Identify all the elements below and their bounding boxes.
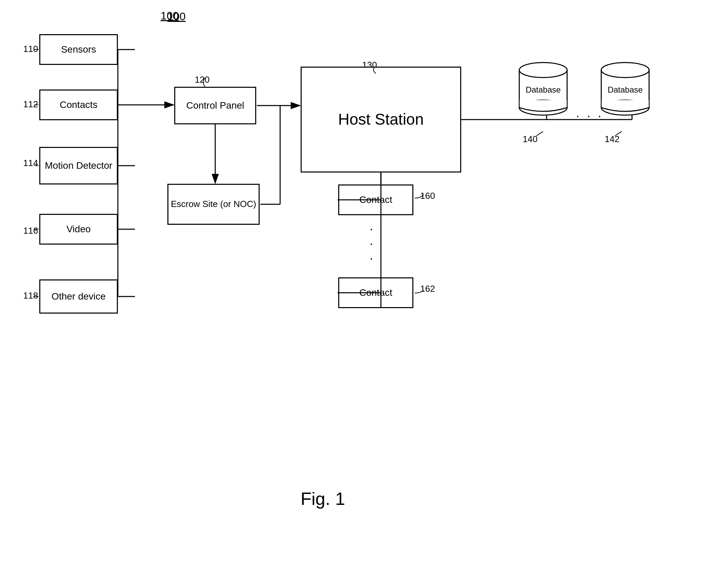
svg-text:Database: Database [526, 85, 561, 94]
contacts-box: Contacts [39, 89, 118, 120]
database2-cylinder: Database [598, 60, 653, 120]
ref-160: 160 [420, 191, 435, 201]
svg-text:Database: Database [608, 85, 643, 94]
ref-142: 142 [605, 134, 619, 144]
ref-118: 118 [23, 290, 38, 301]
svg-rect-30 [520, 100, 567, 108]
ref-114: 114 [23, 158, 38, 168]
contact1-box: Contact [338, 184, 413, 215]
other-device-box: Other device [39, 279, 118, 314]
ref-110: 110 [23, 44, 38, 54]
horizontal-dots-databases: · · · [576, 109, 603, 123]
control-panel-box: Control Panel [174, 87, 256, 124]
database1-cylinder: Database [516, 60, 571, 120]
ref-116: 116 [23, 225, 38, 236]
motion-detector-box: Motion Detector [39, 147, 118, 184]
ref-162: 162 [420, 284, 435, 294]
ref-140: 140 [523, 134, 537, 144]
contact2-box: Contact [338, 277, 413, 308]
ref-112: 112 [23, 99, 38, 110]
escrow-site-box: Escrow Site (or NOC) [167, 184, 260, 225]
sensors-box: Sensors [39, 34, 118, 65]
video-box: Video [39, 214, 118, 245]
svg-rect-35 [602, 100, 649, 108]
diagram-title-text: 100 [161, 10, 179, 22]
vertical-dots-contacts: ··· [370, 221, 374, 266]
svg-point-33 [601, 63, 649, 78]
svg-point-28 [519, 63, 567, 78]
ref-120: 120 [195, 74, 209, 85]
host-station-box: Host Station [301, 67, 461, 173]
fig-label: Fig. 1 [301, 488, 345, 509]
